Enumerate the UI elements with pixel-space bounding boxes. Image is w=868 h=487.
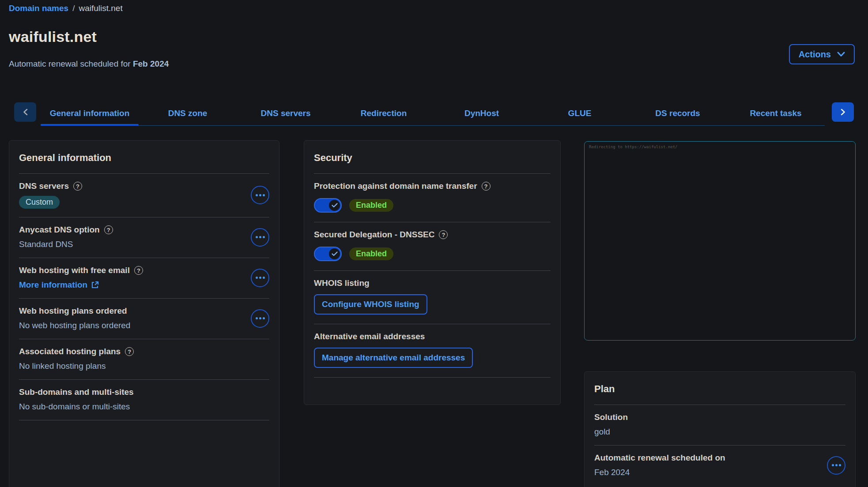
plan-renewal-label: Automatic renewal scheduled on: [594, 453, 725, 463]
plan-renewal-more-options-button[interactable]: [827, 456, 845, 475]
manage-alt-email-button[interactable]: Manage alternative email addresses: [314, 348, 473, 368]
toggle-check-icon: [329, 248, 340, 259]
help-icon[interactable]: ?: [439, 230, 448, 239]
tab-glue[interactable]: GLUE: [531, 101, 629, 125]
dnssec-label: Secured Delegation - DNSSEC: [314, 230, 434, 240]
row-alternative-emails: Alternative email addresses Manage alter…: [314, 324, 551, 378]
tabs: General information DNS zone DNS servers…: [41, 101, 825, 126]
anycast-dns-label: Anycast DNS option: [19, 225, 100, 235]
row-associated-hosting-plans: Associated hosting plans ? No linked hos…: [19, 339, 269, 380]
tab-dynhost[interactable]: DynHost: [433, 101, 531, 125]
tab-dns-servers[interactable]: DNS servers: [237, 101, 335, 125]
breadcrumb-domain-names-link[interactable]: Domain names: [9, 4, 68, 13]
row-dnssec: Secured Delegation - DNSSEC ? Enabled: [314, 222, 551, 271]
anycast-dns-value: Standard DNS: [19, 240, 113, 249]
alternative-emails-label: Alternative email addresses: [314, 332, 425, 341]
tab-scroll-right-button[interactable]: [832, 102, 854, 122]
help-icon[interactable]: ?: [73, 182, 82, 191]
ellipsis-icon: [832, 464, 834, 466]
external-link-icon: [91, 281, 99, 289]
actions-button[interactable]: Actions: [789, 44, 855, 64]
help-icon[interactable]: ?: [125, 347, 134, 356]
dnssec-status-badge: Enabled: [349, 247, 393, 260]
dnssec-toggle[interactable]: [314, 247, 342, 261]
web-hosting-plans-label: Web hosting plans ordered: [19, 306, 127, 316]
row-sub-domains: Sub-domains and multi-sites No sub-domai…: [19, 380, 269, 420]
configure-whois-button[interactable]: Configure WHOIS listing: [314, 294, 427, 315]
transfer-protection-toggle[interactable]: [314, 198, 342, 213]
renewal-subtitle: Automatic renewal scheduled for Feb 2024: [9, 59, 169, 69]
site-preview-frame: Redirecting to https://waifulist.net/: [584, 141, 856, 341]
breadcrumb-separator: /: [72, 4, 75, 13]
general-information-title: General information: [19, 141, 269, 174]
chevron-down-icon: [837, 52, 845, 57]
row-whois-listing: WHOIS listing Configure WHOIS listing: [314, 271, 551, 324]
tab-scroll-left-button[interactable]: [14, 102, 36, 122]
web-hosting-plans-value: No web hosting plans ordered: [19, 321, 130, 330]
web-hosting-free-email-more-options-button[interactable]: [251, 269, 269, 287]
solution-value: gold: [594, 427, 628, 437]
tab-ds-records[interactable]: DS records: [629, 101, 727, 125]
anycast-dns-more-options-button[interactable]: [251, 228, 269, 247]
tab-strip: General information DNS zone DNS servers…: [14, 101, 854, 126]
associated-hosting-plans-label: Associated hosting plans: [19, 347, 121, 356]
web-hosting-plans-more-options-button[interactable]: [251, 309, 269, 328]
web-hosting-free-email-label: Web hosting with free email: [19, 266, 130, 275]
site-preview-redirect-text: Redirecting to https://waifulist.net/: [585, 142, 855, 152]
chevron-left-icon: [23, 109, 28, 116]
renewal-date: Feb 2024: [133, 59, 169, 68]
whois-listing-label: WHOIS listing: [314, 278, 370, 288]
toggle-check-icon: [329, 200, 340, 211]
tab-general-information[interactable]: General information: [41, 101, 139, 125]
row-transfer-protection: Protection against domain name transfer …: [314, 174, 551, 222]
domain-detail-page: Domain names / waifulist.net waifulist.n…: [0, 0, 868, 487]
row-solution: Solution gold: [594, 405, 845, 446]
ellipsis-icon: [256, 277, 258, 279]
solution-label: Solution: [594, 412, 628, 422]
row-dns-servers: DNS servers ? Custom: [19, 174, 269, 217]
plan-card: Plan Solution gold Automatic renewal sch…: [584, 371, 856, 487]
row-web-hosting-plans: Web hosting plans ordered No web hosting…: [19, 299, 269, 339]
row-web-hosting-free-email: Web hosting with free email ? More infor…: [19, 258, 269, 299]
plan-renewal-value: Feb 2024: [594, 468, 725, 477]
breadcrumb: Domain names / waifulist.net: [9, 4, 123, 13]
sub-domains-value: No sub-domains or multi-sites: [19, 402, 134, 412]
sub-domains-label: Sub-domains and multi-sites: [19, 387, 134, 397]
more-information-link[interactable]: More information: [19, 280, 143, 290]
tab-dns-zone[interactable]: DNS zone: [139, 101, 237, 125]
plan-title: Plan: [594, 372, 845, 405]
help-icon[interactable]: ?: [482, 182, 491, 191]
associated-hosting-plans-value: No linked hosting plans: [19, 361, 134, 371]
renewal-text: Automatic renewal scheduled for: [9, 59, 131, 68]
tab-recent-tasks[interactable]: Recent tasks: [727, 101, 825, 125]
row-anycast-dns: Anycast DNS option ? Standard DNS: [19, 217, 269, 258]
security-card: Security Protection against domain name …: [304, 140, 561, 405]
help-icon[interactable]: ?: [134, 266, 143, 275]
ellipsis-icon: [256, 317, 258, 319]
general-information-card: General information DNS servers ? Custom…: [9, 140, 279, 487]
help-icon[interactable]: ?: [104, 225, 113, 234]
transfer-protection-status-badge: Enabled: [349, 199, 393, 212]
dns-servers-more-options-button[interactable]: [251, 186, 269, 204]
ellipsis-icon: [256, 194, 258, 196]
tab-redirection[interactable]: Redirection: [335, 101, 433, 125]
dns-servers-label: DNS servers: [19, 181, 69, 191]
ellipsis-icon: [256, 236, 258, 238]
transfer-protection-label: Protection against domain name transfer: [314, 181, 477, 191]
chevron-right-icon: [841, 109, 845, 116]
row-plan-renewal: Automatic renewal scheduled on Feb 2024: [594, 446, 845, 486]
more-information-label: More information: [19, 280, 87, 290]
security-title: Security: [314, 141, 551, 174]
dns-servers-badge: Custom: [19, 196, 60, 209]
actions-button-label: Actions: [799, 49, 831, 60]
breadcrumb-current: waifulist.net: [79, 4, 122, 13]
page-title: waifulist.net: [9, 28, 97, 45]
